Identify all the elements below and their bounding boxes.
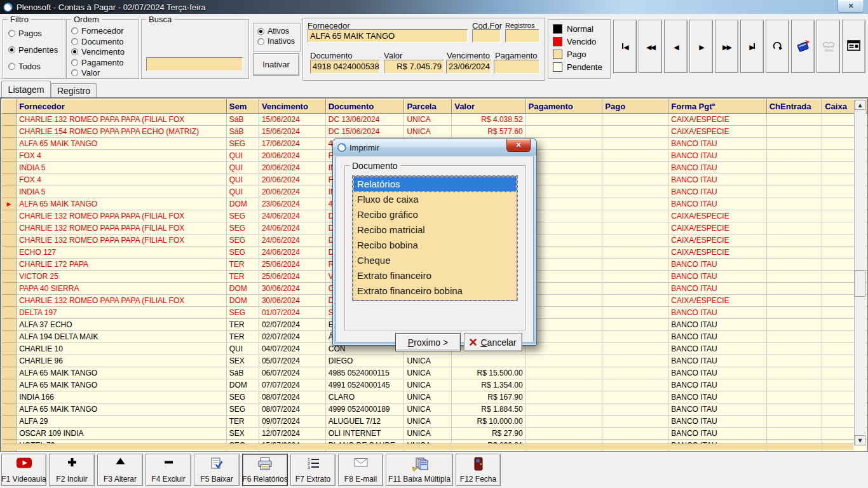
cell-vencimento[interactable]: 15/06/2024 [259, 114, 325, 126]
cell-chentrada[interactable] [766, 126, 822, 138]
cell-sem[interactable]: SEG [226, 222, 259, 234]
cell-pagamento[interactable] [526, 331, 602, 343]
vertical-scrollbar[interactable]: ▲ ▼ [854, 100, 865, 445]
cell-pagamento[interactable] [526, 222, 602, 234]
cell-pago[interactable] [602, 355, 668, 367]
row-selector-cell[interactable] [2, 367, 17, 379]
radio-filtro-pendentes[interactable]: Pendentes [8, 45, 58, 55]
cell-vencimento[interactable]: 20/06/2024 [259, 150, 325, 162]
cell-parcela[interactable]: UNICA [404, 126, 452, 138]
cell-sem[interactable]: DOM [226, 283, 259, 295]
cell-vencimento[interactable]: 02/07/2024 [259, 331, 325, 343]
cell-sem[interactable]: SEG [226, 247, 259, 259]
cell-forma-pgt[interactable]: BANCO ITAU [668, 198, 766, 210]
cell-forma-pgt[interactable]: BANCO ITAU [668, 416, 766, 428]
row-selector-cell[interactable] [2, 307, 17, 319]
cell-sem[interactable]: DOM [226, 379, 259, 391]
cell-sem[interactable]: QUI [226, 186, 259, 198]
cell-vencimento[interactable]: 08/07/2024 [259, 403, 325, 416]
cell-vencimento[interactable]: 07/07/2024 [259, 379, 325, 391]
fornecedor-field[interactable]: ALFA 65 MAIK TANGO [308, 29, 468, 43]
cell-forma-pgt[interactable]: BANCO ITAU [668, 174, 766, 186]
tab-listagem[interactable]: Listagem [1, 81, 51, 97]
row-selector-cell[interactable] [2, 210, 17, 222]
table-row[interactable]: CHARLIE 154 ROMEO PAPA PAPA ECHO (MATRIZ… [2, 126, 867, 138]
cell-forma-pgt[interactable]: CAIXA/ESPECIE [668, 234, 766, 247]
cell-fornecedor[interactable]: FOX 4 [17, 150, 227, 162]
cell-pago[interactable] [602, 428, 668, 440]
radio-ordem-fornecedor[interactable]: Fornecedor [71, 26, 125, 36]
row-selector-cell[interactable] [2, 114, 17, 126]
cell-sem[interactable]: SáB [226, 367, 259, 379]
row-selector-cell[interactable] [2, 222, 17, 234]
cell-vencimento[interactable]: 25/06/2024 [259, 271, 325, 283]
cell-forma-pgt[interactable]: BANCO ITAU [668, 367, 766, 379]
listbox-item-relato-rios[interactable]: Relatórios [353, 177, 517, 192]
radio-ativos-inativos[interactable]: Inativos [257, 37, 295, 46]
cell-chentrada[interactable] [766, 234, 822, 247]
cell-chentrada[interactable] [766, 162, 822, 174]
document-type-listbox[interactable]: RelatóriosFluxo de caixaRecibo gráficoRe… [353, 176, 517, 301]
previous-record-button[interactable]: ◀ [664, 20, 688, 73]
cell-chentrada[interactable] [766, 247, 822, 259]
cell-pago[interactable] [602, 391, 668, 403]
cell-forma-pgt[interactable]: BANCO ITAU [668, 331, 766, 343]
cell-pagamento[interactable] [526, 210, 602, 222]
cell-chentrada[interactable] [766, 174, 822, 186]
cell-fornecedor[interactable]: CHARLIE 132 ROMEO PAPA PAPA (FILIAL FOX [17, 234, 227, 247]
cell-pago[interactable] [602, 247, 668, 259]
cell-fornecedor[interactable]: VICTOR 25 [17, 271, 227, 283]
row-selector-cell[interactable] [2, 295, 17, 307]
row-selector-cell[interactable] [2, 416, 17, 428]
toolbar-f7-extrato-button[interactable]: 123F7 Extrato [290, 454, 336, 486]
table-row[interactable]: INDIA 166SEG08/07/2024CLAROUNICAR$ 167.9… [2, 391, 867, 403]
cell-sem[interactable]: QUI [226, 343, 259, 355]
cell-forma-pgt[interactable]: CAIXA/ESPECIE [668, 295, 766, 307]
cell-forma-pgt[interactable]: BANCO ITAU [668, 379, 766, 391]
cell-parcela[interactable]: UNICA [404, 403, 452, 416]
row-selector-cell[interactable] [2, 379, 17, 391]
proximo-button[interactable]: Proximo > [395, 333, 461, 351]
cell-valor[interactable]: R$ 15.500.00 [452, 367, 526, 379]
cell-pagamento[interactable] [526, 126, 602, 138]
cell-pago[interactable] [602, 114, 668, 126]
scroll-up-button[interactable]: ▲ [855, 100, 865, 110]
cell-fornecedor[interactable]: OSCAR 109 INDIA [17, 428, 227, 440]
cell-parcela[interactable]: UNICA [404, 114, 452, 126]
row-selector-cell[interactable] [2, 162, 17, 174]
cell-pago[interactable] [602, 186, 668, 198]
toolbar-f6-relato-rios-button[interactable]: F6 Relatórios [242, 454, 288, 486]
cell-pagamento[interactable] [526, 403, 602, 416]
cell-fornecedor[interactable]: CHARLIE 132 ROMEO PAPA PAPA (FILIAL FOX [17, 222, 227, 234]
cell-pagamento[interactable] [526, 295, 602, 307]
cell-pagamento[interactable] [526, 174, 602, 186]
cell-chentrada[interactable] [766, 222, 822, 234]
radio-ordem-valor[interactable]: Valor [71, 68, 125, 78]
cell-sem[interactable]: SEG [226, 210, 259, 222]
table-row[interactable]: ALFA 65 MAIK TANGOSEG08/07/20244999 0524… [2, 403, 867, 416]
valor-field[interactable]: R$ 7.045.79 [384, 60, 444, 74]
table-row[interactable]: CHARLIE 132 ROMEO PAPA PAPA (FILIAL FOXS… [2, 114, 867, 126]
cell-pago[interactable] [602, 138, 668, 150]
cell-forma-pgt[interactable]: BANCO ITAU [668, 283, 766, 295]
cell-vencimento[interactable]: 08/07/2024 [259, 391, 325, 403]
cell-vencimento[interactable]: 20/06/2024 [259, 186, 325, 198]
first-record-button[interactable]: ◀ [613, 20, 637, 73]
cell-chentrada[interactable] [766, 379, 822, 391]
cell-sem[interactable]: DOM [226, 295, 259, 307]
cell-forma-pgt[interactable]: BANCO ITAU [668, 428, 766, 440]
cell-pago[interactable] [602, 367, 668, 379]
cell-fornecedor[interactable]: CHARLIE 10 [17, 343, 227, 355]
cell-chentrada[interactable] [766, 271, 822, 283]
toolbar-f2-incluir-button[interactable]: F2 Incluir [49, 454, 95, 486]
cell-vencimento[interactable]: 25/06/2024 [259, 259, 325, 271]
cell-valor[interactable] [452, 355, 526, 367]
cell-sem[interactable]: SEX [226, 355, 259, 367]
cell-forma-pgt[interactable]: BANCO ITAU [668, 162, 766, 174]
listbox-item-recibo-bobina[interactable]: Recibo bobina [353, 238, 517, 253]
tab-registro[interactable]: Registro [51, 83, 97, 97]
window-close-button[interactable]: ✕ [837, 0, 864, 13]
cell-documento[interactable]: DC 15/06/2024 [325, 126, 404, 138]
cell-forma-pgt[interactable]: BANCO ITAU [668, 271, 766, 283]
cell-pagamento[interactable] [526, 343, 602, 355]
